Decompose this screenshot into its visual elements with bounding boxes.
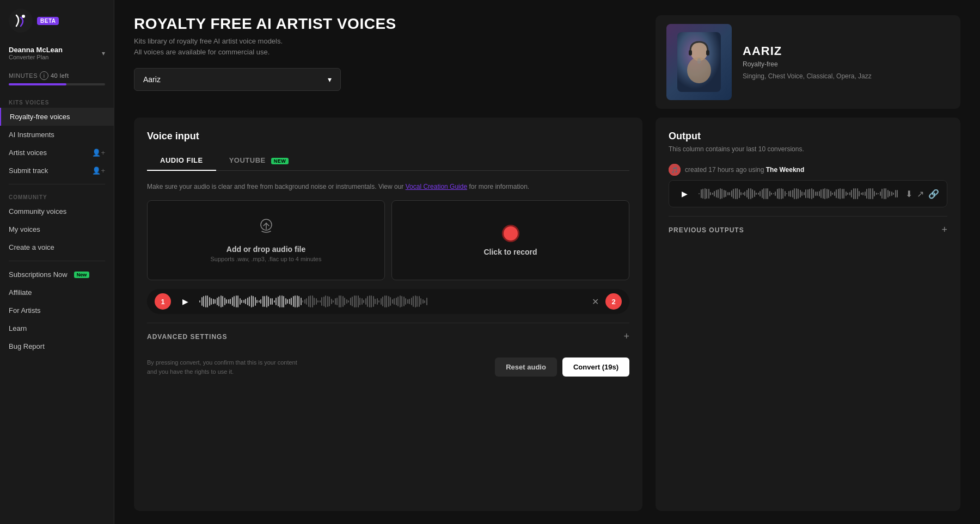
community-label: COMMUNITY: [0, 189, 114, 202]
previous-outputs-toggle[interactable]: PREVIOUS OUTPUTS +: [669, 216, 947, 236]
minutes-info-icon[interactable]: i: [40, 71, 48, 80]
output-meta-text: created 17 hours ago using The Weeknd: [685, 166, 804, 174]
sidebar-item-affiliate[interactable]: Affiliate: [0, 283, 114, 301]
selected-voice-label: Aariz: [143, 75, 161, 84]
artist-type: Royalty-free: [743, 60, 950, 68]
logo-area: BETA: [0, 9, 114, 41]
main-content: ROYALTY FREE AI ARTIST VOICES Kits libra…: [114, 0, 980, 524]
svg-text:🎵: 🎵: [671, 167, 678, 174]
youtube-new-badge: New: [271, 158, 289, 164]
artist-image: [666, 24, 732, 100]
output-artist-name: The Weeknd: [766, 166, 804, 174]
guide-text-pre: Make sure your audio is clear and free f…: [147, 183, 406, 190]
sidebar-item-submit-track[interactable]: Submit track 👤+: [0, 162, 114, 180]
sidebar-item-label: AI Instruments: [9, 131, 54, 139]
record-box[interactable]: Click to record: [391, 200, 629, 280]
artist-name: AARIZ: [743, 44, 950, 58]
subtitle-line2: All voices are available for commercial …: [134, 48, 270, 56]
tab-youtube[interactable]: YOUTUBE New: [216, 151, 302, 171]
voice-input-title: Voice input: [147, 131, 629, 142]
page-subtitle: Kits library of royalty free AI artist v…: [134, 36, 645, 57]
upload-box[interactable]: Add or drop audio file Supports .wav, .m…: [147, 200, 385, 280]
output-share-button[interactable]: ↗: [917, 189, 924, 199]
play-button[interactable]: ▶: [177, 294, 193, 309]
output-link-button[interactable]: 🔗: [928, 189, 939, 199]
voice-input-panel: Voice input AUDIO FILE YOUTUBE New Make …: [134, 118, 642, 511]
output-waveform: [699, 187, 899, 201]
output-meta: 🎵 created 17 hours ago using The Weeknd: [669, 164, 947, 176]
advanced-settings-label: ADVANCED SETTINGS: [147, 333, 227, 341]
dropdown-chevron-icon: ▾: [328, 75, 332, 84]
sidebar-item-royalty-free-voices[interactable]: Royalty-free voices: [0, 108, 114, 126]
guide-text-post: for more information.: [467, 183, 529, 190]
artist-card: AARIZ Royalty-free Singing, Chest Voice,…: [656, 15, 960, 109]
output-download-button[interactable]: ⬇: [905, 189, 912, 199]
output-item-1: 🎵 created 17 hours ago using The Weeknd …: [669, 164, 947, 207]
beta-badge: BETA: [37, 17, 59, 25]
tab-audio-file-label: AUDIO FILE: [160, 156, 203, 164]
svg-point-1: [22, 15, 25, 18]
sidebar-item-my-voices[interactable]: My voices: [0, 220, 114, 238]
output-title: Output: [669, 131, 947, 142]
output-panel: Output This column contains your last 10…: [656, 118, 960, 511]
kits-logo: [9, 9, 33, 33]
sidebar-item-create-a-voice[interactable]: Create a voice: [0, 238, 114, 256]
sidebar-item-label: Affiliate: [9, 288, 32, 297]
user-chevron-icon: ▾: [102, 50, 105, 57]
kits-voices-label: KITS VOICES: [0, 94, 114, 108]
content-area: Voice input AUDIO FILE YOUTUBE New Make …: [114, 118, 980, 524]
sidebar-item-label: Subscriptions Now: [9, 270, 68, 279]
advanced-settings-expand-icon: +: [623, 331, 629, 342]
sidebar-item-bug-report[interactable]: Bug Report: [0, 337, 114, 355]
output-actions: ⬇ ↗ 🔗: [905, 189, 939, 199]
sidebar-item-label: Bug Report: [9, 342, 45, 350]
top-left: ROYALTY FREE AI ARTIST VOICES Kits libra…: [134, 15, 645, 91]
sidebar-item-label: Artist voices: [9, 149, 47, 157]
subscriptions-new-badge: New: [74, 272, 90, 278]
voice-dropdown[interactable]: Aariz ▾: [134, 68, 341, 91]
sidebar-item-community-voices[interactable]: Community voices: [0, 202, 114, 220]
sidebar-item-learn[interactable]: Learn: [0, 319, 114, 337]
top-section: ROYALTY FREE AI ARTIST VOICES Kits libra…: [114, 0, 980, 118]
step-2-badge: 2: [605, 293, 622, 310]
disclaimer-text: By pressing convert, you confirm that th…: [147, 358, 299, 376]
step-1-badge: 1: [155, 293, 171, 310]
advanced-settings-toggle[interactable]: ADVANCED SETTINGS +: [147, 323, 629, 350]
artist-info: AARIZ Royalty-free Singing, Chest Voice,…: [743, 44, 950, 80]
previous-outputs-expand-icon: +: [941, 224, 947, 236]
user-section[interactable]: Deanna McLean Converter Plan ▾: [0, 41, 114, 67]
minutes-bar-bg: [9, 83, 105, 85]
upload-sublabel: Supports .wav, .mp3, .flac up to 4 minut…: [210, 256, 321, 262]
sidebar-item-label: For Artists: [9, 306, 41, 315]
sidebar-item-label: Community voices: [9, 207, 66, 215]
sidebar-item-artist-voices[interactable]: Artist voices 👤+: [0, 144, 114, 162]
convert-footer: By pressing convert, you confirm that th…: [147, 350, 629, 377]
tab-audio-file[interactable]: AUDIO FILE: [147, 151, 216, 171]
guide-text: Make sure your audio is clear and free f…: [147, 182, 629, 192]
reset-audio-button[interactable]: Reset audio: [495, 357, 557, 377]
minutes-count: 40 left: [51, 72, 69, 79]
remove-audio-button[interactable]: ✕: [592, 297, 599, 307]
add-track-icon: 👤+: [92, 167, 105, 175]
vocal-creation-guide-link[interactable]: Vocal Creation Guide: [406, 183, 467, 190]
waveform-display: [199, 294, 585, 309]
subtitle-line1: Kits library of royalty free AI artist v…: [134, 37, 283, 45]
tab-bar: AUDIO FILE YOUTUBE New: [147, 151, 629, 171]
sidebar-item-subscriptions[interactable]: Subscriptions Now New: [0, 266, 114, 283]
voice-selector-container: Aariz ▾: [134, 68, 645, 91]
convert-button[interactable]: Convert (19s): [562, 357, 629, 377]
output-avatar-icon: 🎵: [669, 164, 681, 176]
record-label: Click to record: [483, 248, 537, 256]
sidebar: BETA Deanna McLean Converter Plan ▾ MINU…: [0, 0, 114, 524]
sidebar-item-for-artists[interactable]: For Artists: [0, 301, 114, 319]
output-subtitle: This column contains your last 10 conver…: [669, 145, 947, 153]
sidebar-item-label: My voices: [9, 225, 40, 233]
convert-actions: Reset audio Convert (19s): [495, 357, 629, 377]
output-play-button[interactable]: ▶: [677, 186, 692, 201]
tab-youtube-label: YOUTUBE: [229, 156, 266, 164]
sidebar-item-ai-instruments[interactable]: AI Instruments: [0, 126, 114, 144]
output-avatar: 🎵: [669, 164, 681, 176]
record-dot-icon: [502, 225, 519, 242]
minutes-label: MINUTES i 40 left: [9, 71, 105, 80]
add-user-icon: 👤+: [92, 149, 105, 157]
